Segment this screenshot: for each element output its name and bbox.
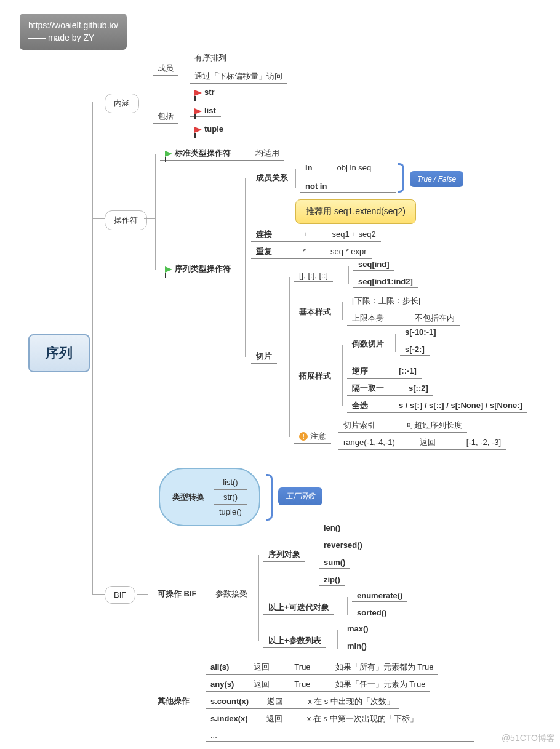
leaf: s[-10:-1] bbox=[400, 326, 441, 338]
bracket-icon bbox=[266, 474, 273, 521]
connector bbox=[337, 630, 338, 649]
leaf: reversed() bbox=[319, 539, 367, 551]
leaf: 有序排列 bbox=[190, 51, 231, 65]
leaf: s.count(x)返回x 在 s 中出现的「次数」 bbox=[206, 695, 399, 709]
leaf: 基本样式 bbox=[294, 305, 336, 319]
connector bbox=[137, 102, 148, 102]
leaf: max() bbox=[342, 623, 374, 635]
flag-icon bbox=[165, 266, 172, 273]
leaf: ... bbox=[206, 729, 474, 742]
connector bbox=[289, 277, 290, 437]
connector bbox=[92, 594, 105, 595]
leaf: sum() bbox=[319, 556, 350, 569]
leaf: any(s)返回True如果「任一」元素为 True bbox=[206, 678, 430, 692]
leaf: range(-1,-4,-1)返回[-1, -2, -3] bbox=[338, 436, 506, 450]
leaf-std-op: 标准类型操作符均适用 bbox=[160, 146, 284, 161]
connector bbox=[347, 597, 348, 615]
label-includes: 包括 bbox=[153, 110, 178, 124]
leaf: 逆序[::-1] bbox=[347, 364, 422, 379]
connector bbox=[314, 529, 314, 585]
leaf: 切片索引可超过序列长度 bbox=[338, 419, 467, 433]
leaf: min() bbox=[342, 640, 372, 652]
leaf: list() bbox=[214, 475, 247, 490]
leaf-op-bif: 可操作 BIF参数接受 bbox=[153, 587, 252, 601]
leaf: s[-2:] bbox=[400, 343, 430, 356]
connector bbox=[137, 594, 148, 595]
flag-icon bbox=[165, 151, 172, 157]
leaf: not in bbox=[300, 180, 396, 193]
leaf: seq[ind] bbox=[353, 258, 394, 271]
flag-icon bbox=[194, 90, 202, 96]
leaf: 通过「下标偏移量」访问 bbox=[190, 70, 287, 84]
connector bbox=[245, 178, 246, 357]
note-extend: 推荐用 seq1.extend(seq2) bbox=[295, 199, 416, 224]
leaf: len() bbox=[319, 522, 345, 534]
connector bbox=[258, 555, 259, 641]
leaf-list: list bbox=[190, 105, 221, 117]
leaf: tuple() bbox=[214, 505, 247, 519]
connector bbox=[201, 668, 201, 740]
connector bbox=[342, 345, 343, 406]
leaf-str: str bbox=[190, 86, 220, 98]
warning-icon: ! bbox=[299, 432, 308, 441]
leaf: all(s)返回True如果「所有」元素都为 True bbox=[206, 660, 438, 675]
connector bbox=[185, 58, 185, 78]
leaf-concat: 连接+seq1 + seq2 bbox=[251, 228, 381, 242]
leaf-repeat: 重复*seq * expr bbox=[251, 245, 372, 259]
label-members: 成员 bbox=[153, 62, 178, 76]
connector bbox=[395, 334, 396, 352]
leaf: 全选s / s[:] / s[::] / s[:None] / s[None:] bbox=[347, 399, 527, 413]
connector bbox=[155, 154, 156, 270]
leaf-slice: 切片 bbox=[251, 350, 277, 364]
leaf: s.index(x)返回x 在 s 中第一次出现的「下标」 bbox=[206, 712, 423, 726]
leaf-seq-op: 序列类型操作符 bbox=[160, 262, 236, 276]
header-credit: —— made by ZY bbox=[28, 32, 118, 44]
leaf: 倒数切片 bbox=[347, 337, 389, 351]
leaf: 拓展样式 bbox=[294, 369, 336, 383]
leaf-warn: !注意 bbox=[294, 430, 331, 444]
leaf: 隔一取一s[::2] bbox=[347, 382, 433, 396]
bracket-icon bbox=[398, 163, 404, 193]
callout-tf: True / False bbox=[410, 171, 463, 187]
watermark: @51CTO博客 bbox=[502, 733, 555, 744]
connector bbox=[342, 302, 343, 320]
leaf: 以上+可迭代对象 bbox=[263, 601, 334, 615]
leaf: str() bbox=[214, 490, 247, 505]
leaf: 上限本身不包括在内 bbox=[347, 311, 460, 326]
connector bbox=[92, 218, 105, 219]
header-badge: https://woaielf.github.io/ —— made by ZY bbox=[20, 14, 127, 50]
connector bbox=[92, 102, 105, 102]
connector bbox=[148, 492, 148, 702]
flag-icon bbox=[194, 127, 202, 133]
node-bif: BIF bbox=[105, 586, 135, 604]
leaf: 序列对象 bbox=[263, 548, 305, 562]
leaf: seq[ind1:ind2] bbox=[353, 276, 418, 288]
leaf-member: 成员关系 bbox=[251, 171, 293, 185]
connector bbox=[185, 92, 185, 130]
leaf: [下限：上限：步长] bbox=[347, 294, 425, 308]
leaf: sorted() bbox=[352, 607, 391, 619]
leaf-other: 其他操作 bbox=[153, 694, 194, 708]
connector bbox=[334, 426, 334, 444]
connector bbox=[144, 218, 155, 219]
leaf: inobj in seq bbox=[300, 162, 376, 174]
node-neihan: 内涵 bbox=[105, 94, 139, 113]
root-node: 序列 bbox=[28, 334, 90, 372]
leaf: [], [:], [::] bbox=[294, 270, 333, 282]
connector bbox=[348, 266, 349, 284]
connector bbox=[295, 169, 296, 188]
node-operator: 操作符 bbox=[105, 210, 147, 230]
cloud-conv: 类型转换 list() str() tuple() bbox=[159, 468, 260, 526]
label-conv: 类型转换 bbox=[172, 492, 204, 503]
connector bbox=[148, 69, 148, 117]
flag-icon bbox=[194, 108, 202, 114]
leaf: enumerate() bbox=[352, 590, 407, 602]
header-url: https://woaielf.github.io/ bbox=[28, 20, 118, 32]
callout-factory: 工厂函数 bbox=[278, 487, 322, 505]
leaf: zip() bbox=[319, 574, 345, 586]
leaf: 以上+参数列表 bbox=[263, 634, 326, 648]
leaf-tuple: tuple bbox=[190, 123, 228, 135]
connector bbox=[76, 348, 92, 348]
connector bbox=[92, 102, 93, 594]
